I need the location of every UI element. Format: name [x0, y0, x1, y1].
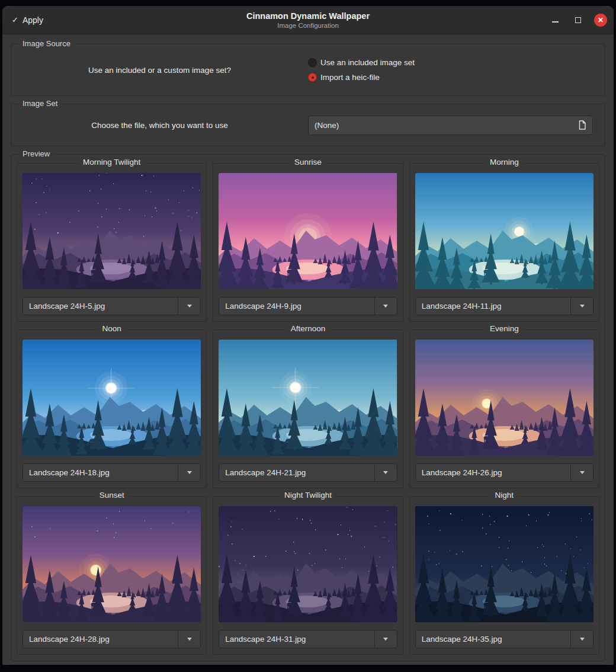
image-select-combo[interactable]: Landscape 24H-5.jpg [23, 297, 201, 315]
close-icon: ✕ [598, 17, 604, 24]
preview-card: Evening Landscape 24H-26.jpg [409, 329, 599, 488]
wallpaper-thumbnail [219, 340, 397, 456]
wallpaper-thumbnail [415, 506, 593, 622]
combo-value: Landscape 24H-11.jpg [416, 297, 570, 315]
apply-label: Apply [23, 15, 43, 25]
image-source-options: Use an included image set Import a heic-… [308, 49, 605, 91]
chevron-down-icon [580, 471, 585, 474]
radio-icon [308, 73, 317, 82]
preview-grid: Morning Twilight Landscape 24H-5.jpg Sun… [11, 155, 605, 661]
image-select-combo[interactable]: Landscape 24H-9.jpg [219, 297, 397, 315]
file-prompt: Choose the file, which you want to use [11, 121, 308, 130]
preview-card-title: Sunrise [290, 158, 326, 167]
maximize-button[interactable] [571, 13, 585, 27]
preview-frame-label: Preview [20, 149, 53, 158]
preview-card-title: Night Twilight [280, 491, 336, 500]
preview-card: Night Twilight Landscape 24H-31.jpg [213, 496, 403, 655]
minimize-button[interactable] [548, 13, 562, 27]
preview-card-title: Morning Twilight [79, 158, 145, 167]
preview-card-title: Sunset [95, 491, 129, 500]
preview-card: Noon Landscape 24H-18.jpg [17, 329, 207, 488]
app-window: ✓ Apply Cinnamon Dynamic Wallpaper Image… [2, 6, 614, 665]
chevron-down-icon [580, 638, 585, 641]
wallpaper-thumbnail [415, 173, 593, 289]
radio-label: Import a heic-file [320, 73, 380, 82]
preview-card-title: Evening [486, 324, 523, 333]
combo-dropdown-button[interactable] [374, 631, 397, 648]
image-set-frame-label: Image Set [20, 99, 60, 108]
chevron-down-icon [580, 305, 585, 308]
window-title: Cinnamon Dynamic Wallpaper [246, 11, 370, 21]
preview-card: Morning Landscape 24H-11.jpg [409, 163, 599, 322]
preview-card-title: Night [491, 491, 518, 500]
combo-dropdown-button[interactable] [374, 297, 397, 315]
file-chooser-button[interactable]: (None) [308, 116, 593, 135]
file-icon [578, 120, 586, 130]
image-source-frame-label: Image Source [20, 39, 73, 48]
image-source-question: Use an included or a custom image set? [11, 66, 308, 75]
combo-value: Landscape 24H-26.jpg [416, 464, 570, 481]
wallpaper-thumbnail [415, 340, 593, 456]
wallpaper-thumbnail [23, 340, 201, 456]
combo-dropdown-button[interactable] [178, 297, 200, 315]
chevron-down-icon [383, 638, 388, 641]
image-select-combo[interactable]: Landscape 24H-31.jpg [219, 630, 397, 648]
radio-icon [308, 58, 317, 67]
image-source-frame: Image Source Use an included or a custom… [11, 44, 605, 96]
file-chooser-value: (None) [315, 121, 339, 130]
chevron-down-icon [187, 471, 192, 474]
image-select-combo[interactable]: Landscape 24H-11.jpg [415, 297, 593, 315]
window-controls: ✕ [548, 13, 607, 27]
radio-label: Use an included image set [320, 58, 415, 67]
combo-dropdown-button[interactable] [178, 631, 200, 648]
chevron-down-icon [187, 638, 192, 641]
image-select-combo[interactable]: Landscape 24H-21.jpg [219, 463, 397, 482]
image-select-combo[interactable]: Landscape 24H-18.jpg [23, 463, 201, 482]
image-select-combo[interactable]: Landscape 24H-28.jpg [23, 630, 201, 648]
image-set-frame: Image Set Choose the file, which you wan… [11, 104, 605, 146]
preview-card: Morning Twilight Landscape 24H-5.jpg [17, 163, 207, 322]
chevron-down-icon [383, 305, 388, 308]
minimize-icon [552, 21, 559, 23]
radio-import-heic-file[interactable]: Import a heic-file [308, 73, 605, 82]
preview-card-title: Afternoon [287, 324, 330, 333]
preview-card: Night Landscape 24H-35.jpg [409, 496, 599, 655]
wallpaper-thumbnail [219, 173, 397, 289]
wallpaper-thumbnail [219, 506, 397, 622]
preview-frame: Preview Morning Twilight Landscape 24H-5… [11, 154, 605, 661]
chevron-down-icon [187, 305, 192, 308]
close-button[interactable]: ✕ [594, 14, 607, 27]
window-subtitle: Image Configuration [277, 22, 339, 29]
combo-dropdown-button[interactable] [374, 464, 397, 481]
image-select-combo[interactable]: Landscape 24H-26.jpg [415, 463, 593, 482]
wallpaper-thumbnail [23, 506, 201, 622]
combo-dropdown-button[interactable] [570, 464, 593, 481]
check-icon: ✓ [12, 15, 18, 24]
combo-value: Landscape 24H-28.jpg [23, 631, 178, 648]
window-content: Image Source Use an included or a custom… [2, 34, 614, 661]
combo-dropdown-button[interactable] [178, 464, 200, 481]
chevron-down-icon [383, 471, 388, 474]
combo-value: Landscape 24H-18.jpg [23, 464, 178, 481]
image-select-combo[interactable]: Landscape 24H-35.jpg [415, 630, 593, 648]
combo-dropdown-button[interactable] [570, 631, 593, 648]
radio-included-image-set[interactable]: Use an included image set [308, 58, 605, 67]
combo-value: Landscape 24H-9.jpg [219, 297, 374, 315]
maximize-icon [575, 17, 581, 23]
combo-dropdown-button[interactable] [570, 297, 593, 315]
combo-value: Landscape 24H-31.jpg [219, 631, 374, 648]
apply-button[interactable]: ✓ Apply [12, 15, 43, 25]
window-title-stack: Cinnamon Dynamic Wallpaper Image Configu… [2, 6, 614, 34]
preview-card: Sunset Landscape 24H-28.jpg [17, 496, 207, 655]
combo-value: Landscape 24H-21.jpg [219, 464, 374, 481]
preview-card-title: Morning [486, 158, 523, 167]
combo-value: Landscape 24H-35.jpg [416, 631, 570, 648]
titlebar: ✓ Apply Cinnamon Dynamic Wallpaper Image… [2, 6, 614, 34]
preview-card: Afternoon Landscape 24H-21.jpg [213, 329, 403, 488]
preview-card-title: Noon [98, 324, 126, 333]
preview-card: Sunrise Landscape 24H-9.jpg [213, 163, 403, 322]
wallpaper-thumbnail [23, 173, 201, 289]
combo-value: Landscape 24H-5.jpg [23, 297, 178, 315]
